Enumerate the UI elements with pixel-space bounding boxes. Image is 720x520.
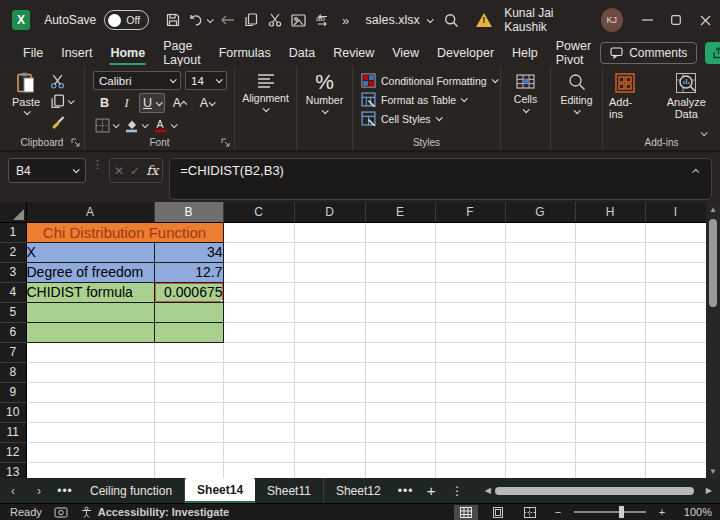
cell[interactable] [365,242,435,262]
cell[interactable] [26,462,154,478]
cell[interactable] [223,422,294,442]
qat-overflow-chevron[interactable]: » [334,7,358,33]
column-header-i[interactable]: I [645,202,706,222]
cell[interactable] [365,302,435,322]
cell[interactable] [223,462,294,478]
new-sheet-button[interactable]: + [419,478,445,503]
column-header-e[interactable]: E [365,202,435,222]
cancel-icon[interactable]: ✕ [114,164,124,178]
tab-developer[interactable]: Developer [428,42,503,64]
page-layout-view-button[interactable] [486,505,510,520]
font-size-select[interactable]: 14 [185,71,227,90]
cell[interactable] [435,382,505,402]
cell[interactable] [365,282,435,302]
cell[interactable] [294,362,365,382]
cell[interactable] [435,462,505,478]
row-header-2[interactable]: 2 [0,242,26,262]
cut-button[interactable] [50,73,73,90]
copy-button[interactable] [50,93,73,110]
page-break-preview-button[interactable] [518,505,542,520]
cell[interactable] [505,442,575,462]
cell[interactable] [365,462,435,478]
cell[interactable] [223,262,294,282]
cell[interactable] [294,462,365,478]
cell-a6[interactable] [26,322,154,342]
sheet-tab-sheet14-active[interactable]: Sheet14 [185,478,255,503]
cell[interactable] [294,422,365,442]
formula-input[interactable]: =CHIDIST(B2,B3) [169,158,712,200]
cell[interactable] [294,382,365,402]
warning-icon[interactable] [476,13,492,27]
zoom-in-button[interactable]: + [654,505,670,520]
insert-function-button[interactable]: fx [146,163,158,178]
cell[interactable] [575,222,645,242]
cell[interactable] [294,402,365,422]
sheet-list-ellipsis[interactable]: ••• [52,478,78,503]
cell[interactable] [645,382,706,402]
cell[interactable] [505,342,575,362]
italic-button[interactable]: I [117,94,136,113]
cell[interactable] [154,442,223,462]
cell[interactable] [26,362,154,382]
cell[interactable] [505,422,575,442]
cell[interactable] [154,462,223,478]
paste-button[interactable]: Paste [6,71,46,130]
scroll-up-arrow[interactable]: ▲ [709,202,717,216]
cell[interactable] [575,362,645,382]
scroll-down-arrow[interactable]: ▼ [709,464,717,478]
cell[interactable] [575,442,645,462]
cell-b5[interactable] [154,302,223,322]
undo-button[interactable] [185,7,216,33]
borders-button[interactable] [95,117,118,134]
cell[interactable] [505,322,575,342]
cut-icon[interactable] [263,7,287,33]
cell[interactable] [294,262,365,282]
save-icon[interactable] [161,7,185,33]
font-name-select[interactable]: Calibri [93,71,181,90]
user-name[interactable]: Kunal Jai Kaushik [504,6,591,34]
cell[interactable] [575,382,645,402]
document-title[interactable]: sales.xlsx [366,13,432,27]
cell[interactable] [645,422,706,442]
close-button[interactable] [691,0,720,40]
cell[interactable] [645,222,706,242]
cell[interactable] [645,282,706,302]
column-header-f[interactable]: F [435,202,505,222]
sheet-options-kebab-icon[interactable]: ⋮ [445,478,471,503]
cell[interactable] [435,302,505,322]
decrease-font-size-button[interactable]: A [195,94,219,113]
cell[interactable] [435,422,505,442]
share-button[interactable] [705,42,720,64]
tab-data[interactable]: Data [280,42,324,64]
cell[interactable] [294,442,365,462]
cell[interactable] [505,262,575,282]
cell-a2[interactable]: X [26,242,154,262]
sheet-overflow-ellipsis[interactable]: ••• [393,478,419,503]
cell[interactable] [435,402,505,422]
column-header-h[interactable]: H [575,202,645,222]
cell[interactable] [645,342,706,362]
cell[interactable] [365,362,435,382]
drag-handle-icon[interactable]: ⋮ [92,158,103,168]
sheet-tab-sheet12[interactable]: Sheet12 [324,478,393,503]
cell[interactable] [365,342,435,362]
cell[interactable] [26,422,154,442]
cell-a4[interactable]: CHIDIST formula [26,282,154,302]
cell[interactable] [435,342,505,362]
cell[interactable] [575,462,645,478]
horizontal-scrollbar[interactable]: ◀ ▶ [485,482,712,499]
cell[interactable] [223,402,294,422]
cell[interactable] [435,442,505,462]
search-icon[interactable] [440,7,464,33]
enter-icon[interactable]: ✓ [130,164,140,178]
row-header-10[interactable]: 10 [0,402,26,422]
format-painter-button[interactable] [50,113,73,130]
group-editing[interactable]: Editing [551,66,603,150]
cell[interactable] [505,222,575,242]
column-header-d[interactable]: D [294,202,365,222]
cell[interactable] [505,462,575,478]
format-as-table-button[interactable]: Format as Table [353,90,500,109]
cell[interactable] [223,242,294,262]
cell[interactable] [575,342,645,362]
paste-picture-icon[interactable] [287,7,311,33]
